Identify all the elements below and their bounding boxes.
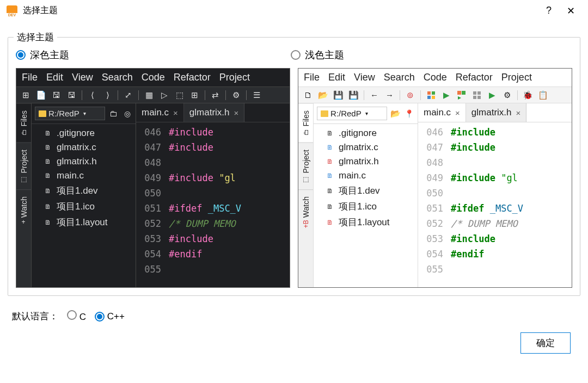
path-input[interactable]: R:/RedP ▾ <box>35 107 105 120</box>
sidebar-tab-project[interactable]: ⬚Project <box>16 143 31 190</box>
light-preview: File Edit View Search Code Refactor Proj… <box>298 68 572 288</box>
bug-icon[interactable]: 🐞 <box>523 90 533 100</box>
dark-preview: File Edit View Search Code Refactor Proj… <box>16 68 290 288</box>
ok-button[interactable]: 确定 <box>520 332 571 354</box>
file-item[interactable]: 🗎glmatrix.c <box>323 140 418 155</box>
grid-icon[interactable] <box>426 90 436 100</box>
lang-c-radio[interactable]: C <box>67 310 86 323</box>
lang-cpp-radio[interactable]: C++ <box>95 311 125 322</box>
list-icon[interactable]: 📋 <box>538 90 548 100</box>
gear-icon[interactable]: ⚙ <box>231 90 241 100</box>
editor-tab[interactable]: glmatrix.h× <box>184 103 244 122</box>
editor-tab[interactable]: main.c× <box>136 103 184 122</box>
light-theme-radio[interactable]: 浅色主题 <box>291 48 344 61</box>
menu-edit[interactable]: Edit <box>46 72 63 83</box>
sidebar-tab-watch[interactable]: +Watch <box>16 189 31 230</box>
save-icon[interactable]: 💾 <box>333 90 344 100</box>
sidebar-tab-files[interactable]: 🗀Files <box>298 103 313 143</box>
locate-icon[interactable]: ◎ <box>122 108 132 119</box>
file-item[interactable]: 🗎glmatrix.h <box>323 155 418 169</box>
menu-project[interactable]: Project <box>219 72 250 83</box>
app-icon <box>7 5 17 16</box>
radio-icon <box>16 50 26 60</box>
close-button[interactable]: ✕ <box>560 2 581 20</box>
menu-file[interactable]: File <box>22 72 38 83</box>
grid2-icon[interactable]: ⊞ <box>189 90 200 100</box>
debug-run-icon[interactable]: ▶ <box>487 90 497 100</box>
build-icon[interactable]: ⬚ <box>174 90 185 100</box>
h-file-icon: 🗎 <box>44 157 52 166</box>
code-area[interactable]: 046#include 047#include 048049#include "… <box>136 122 290 287</box>
close-tab-icon[interactable]: × <box>455 108 460 118</box>
file-item[interactable]: 🗎项目1.dev <box>41 183 136 199</box>
menu-project[interactable]: Project <box>501 72 532 83</box>
open-icon[interactable]: 📂 <box>318 90 328 100</box>
file-item[interactable]: 🗎项目1.ico <box>41 199 136 214</box>
file-item[interactable]: 🗎.gitignore <box>41 126 136 140</box>
menu-search[interactable]: Search <box>102 72 133 83</box>
forward-icon[interactable]: ⟩ <box>102 90 113 100</box>
lang-c-label: C <box>79 312 86 322</box>
file-item[interactable]: 🗎项目1.dev <box>323 183 418 199</box>
build-run-icon[interactable] <box>456 90 467 100</box>
forward-icon[interactable]: → <box>384 90 395 100</box>
menu-view[interactable]: View <box>354 72 375 83</box>
list-icon[interactable]: ☰ <box>252 90 262 100</box>
file-item[interactable]: 🗎.gitignore <box>323 126 418 140</box>
save-all-icon[interactable]: 🖫 <box>66 90 77 100</box>
back-icon[interactable]: ⟨ <box>87 90 97 100</box>
file-item[interactable]: 🗎glmatrix.c <box>41 140 136 155</box>
close-tab-icon[interactable]: × <box>173 108 178 118</box>
play-icon[interactable]: ▷ <box>159 90 169 100</box>
help-button[interactable]: ? <box>538 2 560 20</box>
dark-theme-radio[interactable]: 深色主题 <box>16 48 291 61</box>
file-item[interactable]: 🗎glmatrix.h <box>41 155 136 169</box>
menu-file[interactable]: File <box>304 72 320 83</box>
expand-icon[interactable]: ⤢ <box>123 90 133 100</box>
locate-icon[interactable]: 📍 <box>404 108 414 119</box>
menu-code[interactable]: Code <box>142 72 165 83</box>
save-all-icon[interactable]: 💾 <box>348 90 359 100</box>
path-input[interactable]: R:/RedP ▾ <box>317 107 387 120</box>
sidebar-tab-files[interactable]: 🗀Files <box>16 103 31 143</box>
path-text: R:/RedP <box>48 109 79 118</box>
radio-icon <box>291 50 301 60</box>
file-item[interactable]: 🗎项目1.layout <box>41 214 136 230</box>
gear-icon[interactable]: ⚙ <box>502 90 512 100</box>
svg-rect-7 <box>473 91 476 95</box>
file-item[interactable]: 🗎项目1.layout <box>323 214 418 230</box>
toolbar: 🗋 📂 💾 💾 ← → ⊚ ▶ ▶ ⚙ <box>298 87 572 103</box>
file-item[interactable]: 🗎main.c <box>41 169 136 183</box>
folder-open-icon[interactable]: 🗀 <box>108 108 119 119</box>
code-area[interactable]: 046#include 047#include 048049#include "… <box>418 122 572 287</box>
menu-code[interactable]: Code <box>424 72 447 83</box>
h-file-icon: 🗎 <box>326 157 334 166</box>
run-icon[interactable]: ▶ <box>441 90 451 100</box>
menu-edit[interactable]: Edit <box>328 72 345 83</box>
menu-refactor[interactable]: Refactor <box>174 72 211 83</box>
menu-refactor[interactable]: Refactor <box>456 72 493 83</box>
close-tab-icon[interactable]: × <box>234 108 239 118</box>
file-item[interactable]: 🗎项目1.ico <box>323 199 418 214</box>
new-file-icon[interactable]: 🗋 <box>303 90 313 100</box>
window-title: 选择主题 <box>23 5 538 16</box>
menu-search[interactable]: Search <box>384 72 415 83</box>
open-icon[interactable]: 📄 <box>36 90 46 100</box>
folder-open-icon[interactable]: 📂 <box>390 108 401 119</box>
menu-view[interactable]: View <box>72 72 93 83</box>
editor-tab[interactable]: glmatrix.h× <box>466 103 526 122</box>
editor-tab[interactable]: main.c× <box>418 103 466 122</box>
grid-icon[interactable]: ▦ <box>144 90 154 100</box>
close-tab-icon[interactable]: × <box>516 108 521 118</box>
file-icon: 🗎 <box>44 129 52 138</box>
svg-rect-2 <box>427 96 431 99</box>
file-item[interactable]: 🗎main.c <box>323 169 418 183</box>
settings-icon[interactable]: ⇄ <box>210 90 220 100</box>
rebuild-icon[interactable] <box>471 90 482 100</box>
save-icon[interactable]: 🖫 <box>51 90 62 100</box>
new-file-icon[interactable]: ⊞ <box>21 90 31 100</box>
back-icon[interactable]: ← <box>369 90 379 100</box>
sidebar-tab-project[interactable]: ⬚Project <box>298 143 313 190</box>
target-icon[interactable]: ⊚ <box>405 90 415 100</box>
sidebar-tab-watch[interactable]: +BWatch <box>298 189 313 234</box>
